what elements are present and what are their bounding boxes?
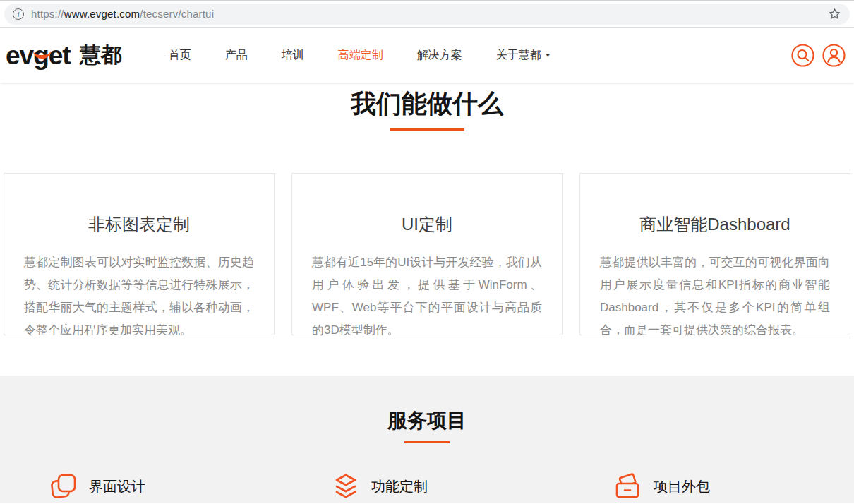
nav-item-about-label: 关于慧都: [496, 48, 541, 63]
nav-item-home[interactable]: 首页: [169, 48, 191, 63]
url-host: www.evget.com: [64, 8, 140, 20]
page-info-icon[interactable]: i: [13, 8, 24, 20]
card-body: 慧都提供以丰富的，可交互的可视化界面向用户展示度量信息和KPI指标的商业智能Da…: [600, 251, 830, 342]
nav-item-products[interactable]: 产品: [225, 48, 248, 63]
url-field[interactable]: i https://www.evget.com/tecserv/chartui: [4, 4, 850, 25]
services-row: 界面设计 功能定制 项目外包: [0, 472, 854, 501]
url-path: /tecserv/chartui: [140, 8, 214, 20]
url-text: https://www.evget.com/tecserv/chartui: [31, 8, 214, 20]
overlapping-windows-icon: [49, 472, 78, 501]
capabilities-section: 我们能做什么 非标图表定制 慧都定制图表可以对实时监控数据、历史趋势、统计分析数…: [0, 83, 854, 376]
url-scheme: https://: [31, 8, 64, 20]
site-logo[interactable]: evget 慧都: [6, 42, 122, 68]
nav-item-about[interactable]: 关于慧都 ▼: [496, 48, 551, 63]
user-account-icon[interactable]: [822, 44, 846, 67]
service-label: 界面设计: [89, 477, 145, 496]
header-icons: [791, 44, 847, 67]
capabilities-title: 我们能做什么: [0, 87, 854, 121]
card-title: 非标图表定制: [4, 213, 274, 236]
logo-huidu-text: 慧都: [80, 44, 122, 66]
card-ui-customization[interactable]: UI定制 慧都有近15年的UI设计与开发经验，我们从用户体验出发，提供基于Win…: [291, 173, 563, 335]
services-title: 服务项目: [0, 407, 854, 434]
service-label: 项目外包: [654, 477, 710, 496]
card-bi-dashboard[interactable]: 商业智能Dashboard 慧都提供以丰富的，可交互的可视化界面向用户展示度量信…: [579, 173, 850, 335]
card-body: 慧都有近15年的UI设计与开发经验，我们从用户体验出发，提供基于WinForm、…: [312, 251, 542, 342]
capability-cards-row: 非标图表定制 慧都定制图表可以对实时监控数据、历史趋势、统计分析数据等等信息进行…: [0, 173, 854, 335]
site-header: evget 慧都 首页 产品 培训 高端定制 解决方案 关于慧都 ▼: [0, 28, 854, 83]
main-nav: 首页 产品 培训 高端定制 解决方案 关于慧都 ▼: [152, 48, 568, 63]
bookmark-star-icon[interactable]: [828, 7, 841, 20]
services-title-underline: [404, 441, 450, 443]
service-item-outsourcing[interactable]: 项目外包: [568, 472, 850, 501]
nav-item-custom-dev[interactable]: 高端定制: [338, 48, 383, 63]
card-title: UI定制: [292, 213, 562, 236]
card-title: 商业智能Dashboard: [580, 213, 850, 236]
service-item-ui-design[interactable]: 界面设计: [4, 472, 286, 501]
layers-icon: [331, 472, 361, 501]
service-label: 功能定制: [371, 477, 428, 496]
card-chart-customization[interactable]: 非标图表定制 慧都定制图表可以对实时监控数据、历史趋势、统计分析数据等等信息进行…: [4, 173, 275, 335]
service-item-function-custom[interactable]: 功能定制: [286, 472, 568, 501]
capabilities-title-underline: [390, 128, 464, 131]
card-body: 慧都定制图表可以对实时监控数据、历史趋势、统计分析数据等等信息进行特殊展示，搭配…: [24, 251, 254, 342]
search-icon[interactable]: [791, 44, 814, 67]
browser-address-bar: i https://www.evget.com/tecserv/chartui: [0, 0, 854, 28]
outsource-box-icon: [613, 472, 643, 501]
chevron-down-icon: ▼: [545, 52, 551, 59]
nav-item-solutions[interactable]: 解决方案: [417, 48, 462, 63]
services-section: 服务项目 界面设计 功能定制 项目外包: [0, 376, 854, 503]
nav-item-training[interactable]: 培训: [282, 48, 304, 63]
